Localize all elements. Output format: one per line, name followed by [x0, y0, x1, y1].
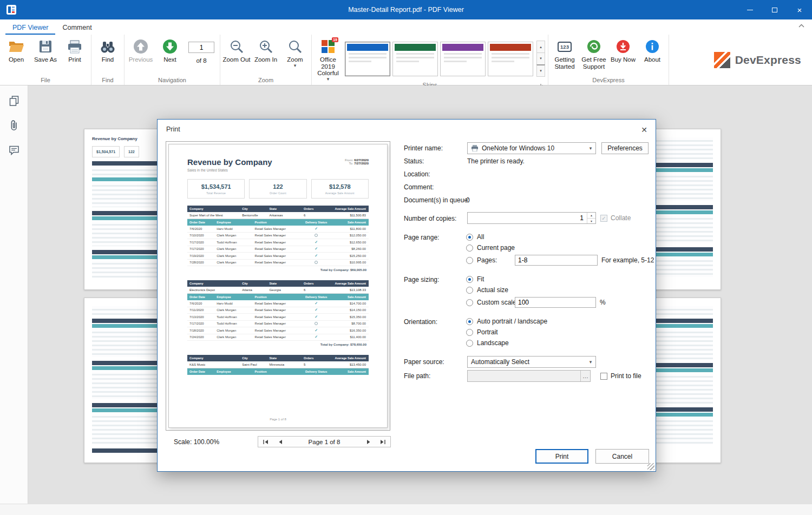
tab-comment[interactable]: Comment: [55, 21, 99, 35]
radio-auto-orientation[interactable]: Auto portrait / landscape: [466, 317, 547, 326]
find-button[interactable]: Find: [93, 35, 122, 76]
horizontal-scrollbar-track[interactable]: [0, 504, 812, 515]
radio-fit[interactable]: Fit: [466, 275, 484, 283]
report-group: CompanyCityStateOrdersAverage Sale Amoun…: [187, 280, 369, 348]
location-label: Location:: [404, 170, 430, 178]
zoom-out-button[interactable]: Zoom Out: [222, 35, 251, 76]
collapse-ribbon-button[interactable]: [798, 24, 804, 28]
previous-page-pager-button[interactable]: [273, 437, 287, 447]
sale-amount-cell: $16,350.00: [331, 329, 369, 332]
company-total-text: Total by Company: $69,005.00: [320, 268, 369, 272]
skin-color-bar: [490, 44, 531, 51]
orientation-label: Orientation:: [404, 318, 437, 326]
printer-select[interactable]: OneNote for Windows 10 ▾: [467, 142, 596, 154]
copies-stepper[interactable]: ▴ ▾: [467, 212, 596, 224]
zoom-in-button[interactable]: Zoom In: [251, 35, 280, 76]
sale-amount-cell: $10,995.00: [331, 261, 369, 264]
gallery-scroll-down-button[interactable]: ▾: [536, 52, 545, 65]
print-to-file-checkbox[interactable]: Print to file: [600, 372, 641, 380]
radio-landscape[interactable]: Landscape: [466, 339, 509, 347]
buy-now-button[interactable]: Buy Now: [608, 35, 638, 76]
pages-range-input[interactable]: [515, 255, 598, 266]
custom-scale-input[interactable]: [515, 297, 596, 308]
order-date-cell: 7/6/2020: [187, 302, 214, 305]
skin-thumb-red[interactable]: [488, 42, 533, 76]
gallery-dropdown-button[interactable]: ▾: [536, 64, 545, 77]
collate-checkbox[interactable]: ✓ Collate: [600, 214, 631, 222]
check-icon: ✓: [315, 254, 318, 258]
ribbon: Open Save As Print File: [0, 35, 812, 85]
stepper-up-button[interactable]: ▴: [587, 213, 595, 219]
radio-actual-size[interactable]: Actual size: [466, 286, 508, 294]
radio-dot-icon: [466, 234, 473, 241]
maximize-button[interactable]: [762, 0, 787, 19]
previous-page-button[interactable]: Previous: [126, 35, 155, 76]
paper-source-select[interactable]: Automatically Select ▾: [467, 356, 596, 368]
radio-dot-icon: [466, 245, 473, 252]
skin-color-bar: [395, 44, 436, 51]
detail-header-cell: Order Date: [187, 221, 214, 224]
stat-order-count: 122 Order Count: [249, 179, 306, 199]
radio-page-range-all[interactable]: All: [466, 233, 484, 241]
employee-cell: Todd Hoffman: [214, 322, 252, 325]
thumb-stat-count: 122: [124, 146, 139, 157]
gallery-scroll-up-button[interactable]: ▴: [536, 41, 545, 53]
print-button-ribbon[interactable]: Print: [60, 35, 89, 76]
download-circle-icon: [616, 38, 630, 55]
delivery-status-cell: ✓: [300, 247, 331, 251]
print-button[interactable]: Print: [535, 449, 588, 464]
ribbon-group-devexpress: 123 Getting Started Get Free Support Buy…: [548, 35, 669, 85]
sale-amount-cell: $15,350.00: [331, 315, 369, 319]
dialog-close-button[interactable]: ✕: [636, 123, 652, 137]
resize-grip[interactable]: [647, 463, 654, 470]
last-page-button[interactable]: [376, 437, 390, 447]
copies-input[interactable]: [468, 213, 587, 223]
check-icon: ✓: [315, 227, 318, 230]
getting-started-button[interactable]: 123 Getting Started: [550, 35, 579, 76]
radio-pages[interactable]: Pages:: [466, 256, 497, 265]
employee-cell: Clark Morgan: [214, 234, 252, 237]
comments-panel-button[interactable]: [6, 143, 22, 158]
company-header-row: CompanyCityStateOrdersAverage Sale Amoun…: [187, 355, 369, 361]
skin-thumb-blue[interactable]: [345, 42, 390, 76]
company-cell: 6: [302, 214, 322, 217]
first-page-button[interactable]: [258, 437, 273, 447]
skin-thumb-purple[interactable]: [440, 42, 486, 76]
pending-clock-icon: [315, 261, 318, 264]
radio-portrait[interactable]: Portrait: [466, 328, 498, 336]
detail-header-cell: Employee: [214, 221, 252, 224]
office-2019-icon: 19: [321, 38, 335, 55]
company-cell: $13,450.00: [322, 363, 369, 366]
next-page-pager-button[interactable]: [361, 437, 376, 447]
stat-total-revenue: $1,534,571 Total Revenue: [187, 179, 245, 199]
preferences-button[interactable]: Preferences: [601, 142, 649, 154]
close-button[interactable]: ×: [787, 0, 812, 19]
detail-header-cell: Sale Amount: [331, 370, 369, 373]
thumbnails-panel-button[interactable]: [6, 93, 22, 108]
get-free-support-button[interactable]: Get Free Support: [579, 35, 608, 76]
attachments-panel-button[interactable]: [6, 118, 22, 133]
open-button[interactable]: Open: [2, 35, 31, 76]
detail-header-cell: Sale Amount: [331, 221, 369, 224]
detail-header-cell: Position: [253, 370, 300, 373]
skin-selector-button[interactable]: 19 Office 2019 Colorful ▾: [313, 35, 343, 81]
save-as-button[interactable]: Save As: [31, 35, 60, 76]
minimize-button[interactable]: [737, 0, 762, 19]
window-titlebar: Master-Detail Report.pdf - PDF Viewer ×: [0, 0, 812, 19]
stepper-down-button[interactable]: ▾: [587, 219, 595, 224]
company-header-cell: Average Sale Amount: [322, 356, 369, 360]
radio-custom-scale[interactable]: Custom scale:: [466, 298, 518, 307]
skin-thumb-green[interactable]: [392, 42, 438, 76]
next-page-button[interactable]: Next: [155, 35, 185, 76]
zoom-dropdown-button[interactable]: Zoom ▾: [280, 35, 310, 76]
about-button[interactable]: About: [638, 35, 667, 76]
radio-current-page[interactable]: Current page: [466, 243, 515, 252]
radio-dot-icon: [466, 318, 473, 325]
tab-pdf-viewer[interactable]: PDF Viewer: [5, 21, 55, 35]
page-number-input[interactable]: [188, 42, 214, 53]
browse-ellipsis-button[interactable]: …: [580, 371, 590, 381]
company-header-cell: Orders: [302, 282, 322, 285]
file-path-field[interactable]: …: [467, 370, 591, 382]
radio-all-label: All: [477, 233, 484, 241]
cancel-button[interactable]: Cancel: [595, 449, 649, 464]
